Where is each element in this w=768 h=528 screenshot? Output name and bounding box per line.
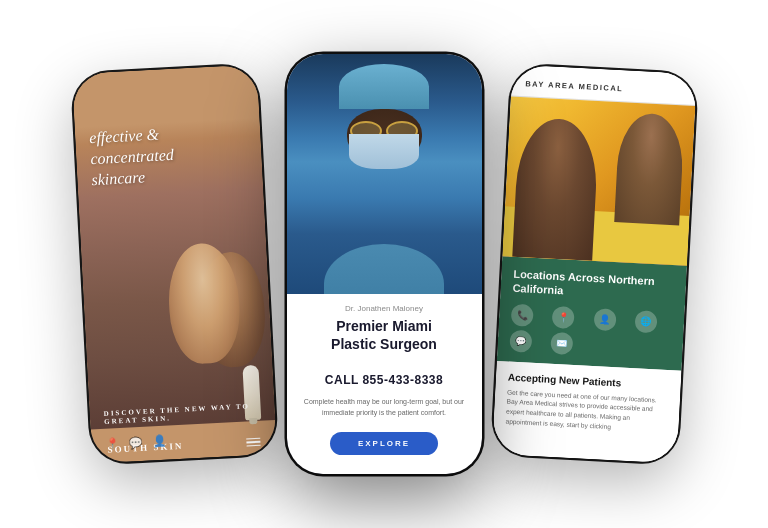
user-icon[interactable]: 👤 [152, 435, 167, 449]
tagline-line2: concentrated [89, 145, 174, 170]
phone1-tagline: effective & concentrated skincare [88, 124, 175, 191]
surgeon-figure [329, 64, 439, 184]
accepting-description: Get the care you need at one of our many… [505, 387, 668, 434]
mom-figure [512, 117, 599, 261]
phone3-logo: BAY AREA MEDICAL [525, 79, 623, 93]
surgeon-cap [339, 64, 429, 109]
surgeon-body [324, 244, 444, 294]
person-icon[interactable]: 👤 [593, 308, 616, 331]
location-icon[interactable]: 📍 [105, 437, 120, 451]
email-icon[interactable]: ✉️ [550, 331, 573, 354]
menu-icon-3[interactable] [667, 87, 681, 96]
phone-bay-area: BAY AREA MEDICAL Locations Across Northe… [491, 64, 696, 463]
chat-icon[interactable]: 💬 [128, 436, 143, 450]
map-pin-icon[interactable]: 📍 [551, 305, 574, 328]
surgeon-title: Premier Miami Plastic Surgeon [287, 317, 482, 365]
tagline-line3: skincare [90, 165, 175, 190]
surgeon-face [347, 109, 422, 164]
surgeon-mask [349, 134, 419, 169]
surgeon-image [287, 54, 482, 294]
phone-miami-surgeon: Dr. Jonathen Maloney Premier Miami Plast… [287, 54, 482, 474]
phone3-bottom: Accepting New Patients Get the care you … [491, 361, 681, 464]
phone1-icons: 📍 💬 👤 [105, 430, 262, 451]
title-line1: Premier Miami [336, 318, 432, 334]
title-line2: Plastic Surgeon [331, 336, 437, 352]
message-icon[interactable]: 💬 [509, 329, 532, 352]
phone-number: CALL 855-433-8338 [287, 365, 482, 393]
explore-button[interactable]: EXPLORE [330, 432, 438, 455]
surgeon-description: Complete health may be our long-term goa… [287, 393, 482, 428]
phones-container: SOUTH SKIN effective & concentrated skin… [0, 0, 768, 528]
phone-icon[interactable]: 📞 [510, 303, 533, 326]
phone-south-skin: SOUTH SKIN effective & concentrated skin… [71, 64, 276, 463]
green-locations-box: Locations Across Northern California 📞 📍… [496, 256, 686, 370]
contact-icons-grid: 📞 📍 👤 🌐 💬 ✉️ [509, 303, 672, 359]
doctor-name: Dr. Jonathen Maloney [287, 294, 482, 317]
phone1-bottom: DISCOVER THE NEW WAY TO GREAT SKIN. 📍 💬 … [88, 389, 276, 464]
locations-title: Locations Across Northern California [512, 267, 674, 304]
phone1-cta: DISCOVER THE NEW WAY TO GREAT SKIN. [103, 402, 261, 426]
child-figure [614, 112, 685, 225]
globe-icon[interactable]: 🌐 [634, 310, 657, 333]
family-image [502, 96, 695, 265]
